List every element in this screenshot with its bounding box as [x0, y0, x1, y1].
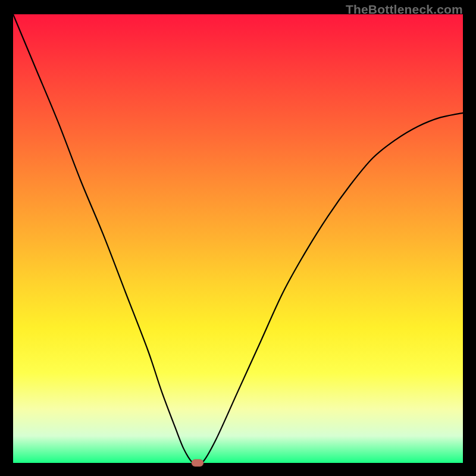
valley-marker [192, 459, 203, 466]
chart-svg [13, 14, 463, 463]
plot-area [13, 14, 463, 463]
bottleneck-curve [13, 14, 463, 465]
chart-frame: TheBottleneck.com [0, 0, 476, 476]
watermark-text: TheBottleneck.com [346, 2, 463, 17]
